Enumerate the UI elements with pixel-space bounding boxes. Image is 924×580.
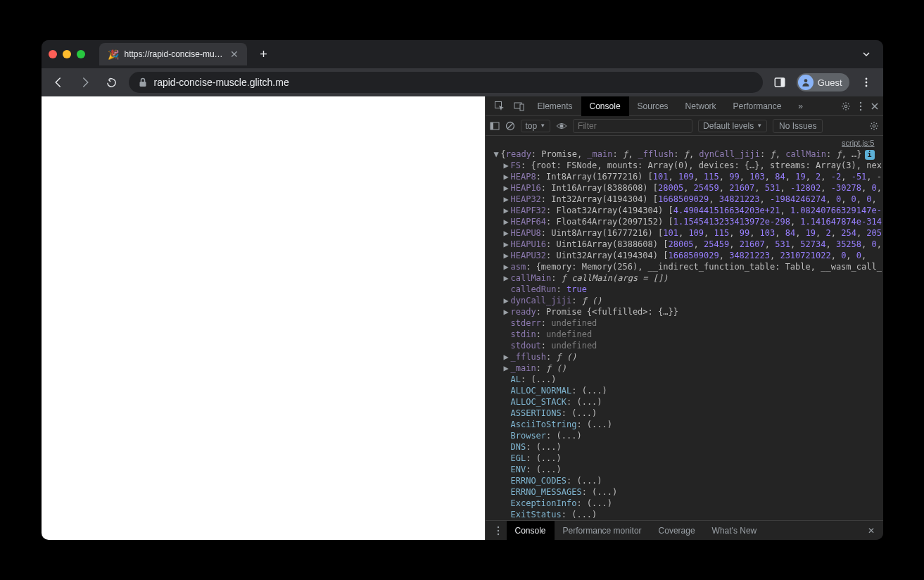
maximize-window-button[interactable] xyxy=(77,50,85,58)
console-property-row[interactable]: ▶HEAPU32: Uint32Array(4194304) [16685090… xyxy=(488,250,880,261)
page-viewport[interactable] xyxy=(42,96,485,540)
console-property-row[interactable]: ExitStatus: (...) xyxy=(488,509,880,520)
close-drawer-button[interactable]: ✕ xyxy=(863,526,879,536)
console-property-row[interactable]: ▶HEAP16: Int16Array(8388608) [28005, 254… xyxy=(488,182,880,194)
devtools-tab-network[interactable]: Network xyxy=(677,96,725,116)
console-property-row[interactable]: ▶HEAPF64: Float64Array(2097152) [1.15454… xyxy=(488,216,880,227)
console-property-row[interactable]: stdin: undefined xyxy=(488,329,880,340)
live-expression-icon[interactable] xyxy=(556,122,567,130)
console-property-row[interactable]: ▶HEAPU8: Uint8Array(16777216) [101, 109,… xyxy=(488,227,880,239)
devtools-tab-performance[interactable]: Performance xyxy=(725,96,790,116)
back-button[interactable] xyxy=(49,72,68,92)
address-bar[interactable]: rapid-concise-muscle.glitch.me xyxy=(129,72,763,93)
toolbar: rapid-concise-muscle.glitch.me Guest xyxy=(42,68,883,96)
context-selector[interactable]: top ▼ xyxy=(521,120,551,132)
console-property-row[interactable]: ALLOC_STACK: (...) xyxy=(488,396,880,408)
browser-tab[interactable]: 🎉 https://rapid-concise-muscle.g ✕ xyxy=(99,43,247,65)
disclosure-triangle-icon[interactable]: ▶ xyxy=(504,261,511,272)
devtools-tab-elements[interactable]: Elements xyxy=(529,96,581,116)
forward-button[interactable] xyxy=(75,72,95,92)
new-tab-button[interactable]: + xyxy=(255,46,272,63)
console-property-row[interactable]: ▶FS: {root: FSNode, mounts: Array(0), de… xyxy=(488,160,880,171)
console-property-row[interactable]: ▶dynCall_jiji: ƒ () xyxy=(488,295,880,306)
disclosure-triangle-icon[interactable]: ▶ xyxy=(504,194,511,205)
log-levels-selector[interactable]: Default levels ▼ xyxy=(698,120,767,132)
console-settings-icon[interactable] xyxy=(869,121,879,131)
console-property-row[interactable]: stderr: undefined xyxy=(488,317,880,329)
console-toolbar: top ▼ Default levels ▼ No Issues xyxy=(486,116,883,136)
disclosure-triangle-icon[interactable]: ▶ xyxy=(504,272,511,284)
filter-input[interactable] xyxy=(573,119,692,133)
console-property-row[interactable]: AsciiToString: (...) xyxy=(488,419,880,430)
avatar-icon xyxy=(798,75,814,90)
console-property-row[interactable]: ▶_fflush: ƒ () xyxy=(488,351,880,362)
devtools-menu-icon[interactable] xyxy=(856,101,865,111)
console-property-row[interactable]: ▶callMain: ƒ callMain(args = []) xyxy=(488,272,880,284)
console-property-row[interactable]: stdout: undefined xyxy=(488,340,880,351)
issues-button[interactable]: No Issues xyxy=(773,119,823,133)
close-window-button[interactable] xyxy=(49,50,57,58)
console-property-row[interactable]: ExceptionInfo: (...) xyxy=(488,498,880,509)
console-property-row[interactable]: ▶HEAP8: Int8Array(16777216) [101, 109, 1… xyxy=(488,171,880,182)
panel-button[interactable] xyxy=(770,72,790,92)
console-property-row[interactable]: ERRNO_MESSAGES: (...) xyxy=(488,486,880,498)
devtools-tab-console[interactable]: Console xyxy=(581,96,629,116)
more-tabs-button[interactable]: » xyxy=(790,96,811,116)
console-property-row[interactable]: calledRun: true xyxy=(488,284,880,295)
close-tab-button[interactable]: ✕ xyxy=(230,49,239,60)
toggle-sidebar-icon[interactable] xyxy=(490,121,500,131)
disclosure-triangle-icon[interactable]: ▶ xyxy=(504,171,511,182)
console-property-row[interactable]: ▶_main: ƒ () xyxy=(488,362,880,374)
clear-console-icon[interactable] xyxy=(505,121,515,131)
device-toolbar-icon[interactable] xyxy=(510,101,529,112)
svg-point-18 xyxy=(873,125,875,127)
disclosure-triangle-icon[interactable]: ▶ xyxy=(504,160,511,171)
close-devtools-button[interactable] xyxy=(871,102,879,111)
devtools-tab-sources[interactable]: Sources xyxy=(629,96,677,116)
console-property-row[interactable]: ASSERTIONS: (...) xyxy=(488,408,880,419)
console-property-row[interactable]: ▶HEAP32: Int32Array(4194304) [1668509029… xyxy=(488,194,880,205)
svg-point-4 xyxy=(865,78,867,80)
menu-button[interactable] xyxy=(856,72,876,92)
settings-icon[interactable] xyxy=(841,101,851,111)
drawer-menu-icon[interactable] xyxy=(490,526,507,536)
inspect-element-icon[interactable] xyxy=(490,101,510,112)
console-property-row[interactable]: AL: (...) xyxy=(488,374,880,385)
console-property-row[interactable]: EGL: (...) xyxy=(488,453,880,464)
console-scroll[interactable]: script.js:5 ▼{ready: Promise, _main: ƒ, … xyxy=(486,136,883,520)
tab-search-button[interactable] xyxy=(862,50,871,58)
drawer-tab-coverage[interactable]: Coverage xyxy=(650,521,704,541)
disclosure-triangle-icon[interactable]: ▼ xyxy=(494,149,501,160)
drawer-tab-performance-monitor[interactable]: Performance monitor xyxy=(555,521,650,541)
disclosure-triangle-icon[interactable]: ▶ xyxy=(504,306,511,317)
profile-button[interactable]: Guest xyxy=(797,73,849,92)
source-link[interactable]: script.js:5 xyxy=(488,137,880,149)
disclosure-triangle-icon[interactable]: ▶ xyxy=(504,250,511,261)
console-property-row[interactable]: ▶HEAPF32: Float32Array(4194304) [4.49044… xyxy=(488,205,880,216)
object-header-row[interactable]: ▼{ready: Promise, _main: ƒ, _fflush: ƒ, … xyxy=(488,149,880,160)
disclosure-triangle-icon[interactable]: ▶ xyxy=(504,205,511,216)
svg-point-3 xyxy=(804,79,807,82)
disclosure-triangle-icon[interactable]: ▶ xyxy=(504,227,511,239)
disclosure-triangle-icon[interactable]: ▶ xyxy=(504,182,511,194)
console-property-row[interactable]: DNS: (...) xyxy=(488,441,880,453)
svg-point-10 xyxy=(844,105,847,108)
console-property-row[interactable]: ▶ready: Promise {<fulfilled>: {…}} xyxy=(488,306,880,317)
disclosure-triangle-icon[interactable]: ▶ xyxy=(504,295,511,306)
profile-label: Guest xyxy=(818,77,842,88)
drawer-tab-what's-new[interactable]: What's New xyxy=(704,521,766,541)
disclosure-triangle-icon[interactable]: ▶ xyxy=(504,362,511,374)
console-property-row[interactable]: ▶asm: {memory: Memory(256), __indirect_f… xyxy=(488,261,880,272)
svg-point-19 xyxy=(497,526,498,527)
minimize-window-button[interactable] xyxy=(63,50,71,58)
disclosure-triangle-icon[interactable]: ▶ xyxy=(504,239,511,250)
console-property-row[interactable]: ENV: (...) xyxy=(488,464,880,475)
console-property-row[interactable]: ▶HEAPU16: Uint16Array(8388608) [28005, 2… xyxy=(488,239,880,250)
console-property-row[interactable]: ALLOC_NORMAL: (...) xyxy=(488,385,880,396)
console-property-row[interactable]: ERRNO_CODES: (...) xyxy=(488,475,880,486)
drawer-tab-console[interactable]: Console xyxy=(507,521,555,541)
disclosure-triangle-icon[interactable]: ▶ xyxy=(504,351,511,362)
reload-button[interactable] xyxy=(102,72,122,92)
disclosure-triangle-icon[interactable]: ▶ xyxy=(504,216,511,227)
console-property-row[interactable]: Browser: (...) xyxy=(488,430,880,441)
